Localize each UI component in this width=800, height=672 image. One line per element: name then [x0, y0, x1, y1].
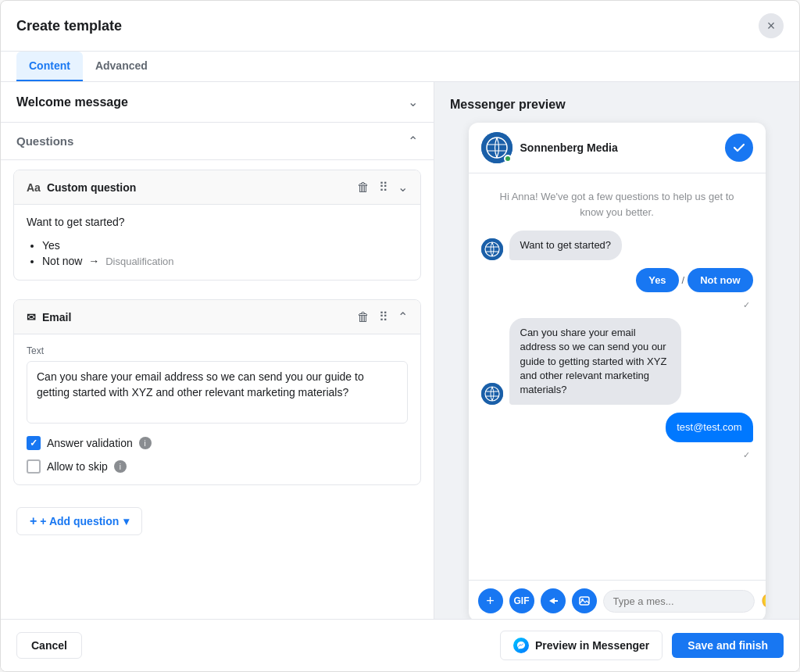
collapse-email-icon[interactable]: ⌃ [398, 309, 408, 324]
custom-question-actions: 🗑 ⠿ ⌄ [357, 180, 408, 195]
messenger-header: Sonnenberg Media [469, 123, 766, 173]
questions-section-header[interactable]: Questions ⌃ [1, 123, 434, 160]
modal-footer: Cancel Preview in Messenger Save and fin… [1, 619, 799, 671]
messenger-body: Hi Anna! We've got a few questions to he… [469, 173, 766, 580]
welcome-chevron-down-icon: ⌄ [408, 95, 418, 109]
delete-email-icon[interactable]: 🗑 [357, 310, 370, 324]
tab-advanced[interactable]: Advanced [83, 52, 160, 81]
add-question-button[interactable]: + + Add question ▾ [16, 507, 142, 535]
custom-question-header: Aa Custom question 🗑 ⠿ ⌄ [14, 170, 420, 205]
online-status-dot [504, 155, 512, 163]
allow-skip-info-icon[interactable]: i [114, 460, 127, 473]
footer-right-actions: Preview in Messenger Save and finish [500, 631, 784, 660]
page-avatar [481, 132, 512, 163]
messenger-window: Sonnenberg Media Hi Anna! We've got a fe… [469, 123, 766, 619]
messenger-logo-icon [516, 641, 526, 650]
add-question-dropdown-icon: ▾ [123, 515, 129, 527]
message-delivered-icon: ✓ [481, 300, 753, 310]
email-type-name: Email [42, 311, 71, 323]
answer-validation-info-icon[interactable]: i [139, 437, 152, 449]
reply-delivered-icon: ✓ [481, 450, 753, 460]
messenger-footer: + GIF [469, 580, 766, 619]
allow-skip-row: Allow to skip i [27, 459, 408, 474]
messenger-preview-title: Messenger preview [450, 98, 784, 112]
custom-question-type-icon: Aa [27, 181, 41, 194]
email-question-card: ✉ Email 🗑 ⠿ ⌃ Text Can you share your em… [13, 299, 421, 485]
modal-header: Create template × [1, 1, 799, 52]
q1-message-row: Want to get started? [481, 231, 753, 260]
email-type-icon: ✉ [27, 311, 36, 323]
q2-bubble: Can you share your email address so we c… [509, 318, 681, 405]
q1-avatar [481, 238, 503, 260]
svg-point-4 [481, 238, 503, 260]
checkmark-verified-icon [732, 141, 746, 155]
add-attachment-button[interactable]: + [478, 588, 503, 613]
email-question-body: Text Can you share your email address so… [14, 334, 420, 484]
welcome-message-text: Hi Anna! We've got a few questions to he… [481, 186, 753, 223]
q2-avatar [481, 383, 503, 405]
answer-validation-row: Answer validation i [27, 436, 408, 450]
drag-handle-icon[interactable]: ⠿ [379, 180, 388, 195]
gif-icon: GIF [514, 595, 530, 606]
welcome-section-header[interactable]: Welcome message ⌄ [1, 82, 434, 123]
modal-title: Create template [16, 18, 122, 34]
questions-chevron-up-icon: ⌃ [408, 134, 418, 148]
text-field-label: Text [27, 345, 408, 356]
svg-rect-12 [580, 597, 589, 605]
tab-bar: Content Advanced [1, 52, 799, 82]
cancel-button[interactable]: Cancel [16, 632, 82, 659]
emoji-button[interactable]: 🙂 [761, 592, 766, 609]
q1-avatar-icon [481, 238, 503, 260]
email-question-header: ✉ Email 🗑 ⠿ ⌃ [14, 300, 420, 334]
custom-question-type-name: Custom question [47, 181, 136, 194]
questions-section-title: Questions [16, 134, 73, 148]
messenger-profile: Sonnenberg Media [481, 132, 618, 163]
email-text-input[interactable]: Can you share your email address so we c… [27, 361, 408, 424]
question-type-label: Aa Custom question [27, 181, 136, 194]
share-button[interactable] [541, 588, 566, 613]
email-question-actions: 🗑 ⠿ ⌃ [357, 309, 408, 324]
create-template-modal: Create template × Content Advanced Welco… [0, 0, 800, 672]
welcome-section-title: Welcome message [16, 95, 128, 109]
modal-body: Welcome message ⌄ Questions ⌃ Aa Custom … [1, 82, 799, 619]
image-button[interactable] [572, 588, 597, 613]
tab-content[interactable]: Content [16, 52, 83, 81]
yes-answer-button[interactable]: Yes [636, 268, 678, 292]
answer-buttons-row: Yes / Not now [481, 268, 753, 292]
answer-yes: Yes [42, 238, 408, 253]
custom-question-card: Aa Custom question 🗑 ⠿ ⌄ Want to get sta… [13, 170, 421, 281]
allow-skip-label: Allow to skip [47, 460, 108, 473]
q2-message-row: Can you share your email address so we c… [481, 318, 753, 405]
disqualification-label: Disqualification [105, 256, 173, 267]
messenger-small-icon [513, 638, 529, 653]
user-reply-row: test@test.com [481, 413, 753, 442]
share-icon [547, 595, 559, 607]
verified-button[interactable] [725, 134, 753, 162]
allow-skip-checkbox[interactable] [27, 459, 41, 474]
plus-icon: + [486, 593, 495, 609]
answer-validation-checkbox[interactable] [27, 436, 41, 450]
preview-button-label: Preview in Messenger [535, 639, 649, 652]
save-and-finish-button[interactable]: Save and finish [672, 633, 784, 658]
button-separator: / [682, 274, 685, 286]
custom-question-text: Want to get started? [27, 216, 408, 228]
left-panel: Welcome message ⌄ Questions ⌃ Aa Custom … [1, 82, 434, 619]
custom-question-body: Want to get started? Yes Not now → Disqu… [14, 205, 420, 280]
preview-in-messenger-button[interactable]: Preview in Messenger [500, 631, 662, 660]
right-panel: Messenger preview [434, 82, 799, 619]
add-question-label: + Add question [40, 515, 119, 527]
message-type-input[interactable] [603, 590, 755, 613]
user-reply-bubble: test@test.com [666, 413, 752, 442]
answer-not-now: Not now → Disqualification [42, 253, 408, 269]
expand-question-icon[interactable]: ⌄ [398, 180, 408, 195]
delete-question-icon[interactable]: 🗑 [357, 181, 370, 195]
q1-bubble: Want to get started? [509, 231, 623, 260]
drag-email-icon[interactable]: ⠿ [379, 309, 388, 324]
email-type-label: ✉ Email [27, 311, 71, 323]
not-now-answer-button[interactable]: Not now [688, 268, 752, 292]
answer-list: Yes Not now → Disqualification [27, 238, 408, 269]
q2-avatar-icon [481, 383, 503, 405]
answer-validation-label: Answer validation [47, 437, 133, 449]
close-button[interactable]: × [759, 13, 784, 38]
gif-button[interactable]: GIF [509, 588, 534, 613]
